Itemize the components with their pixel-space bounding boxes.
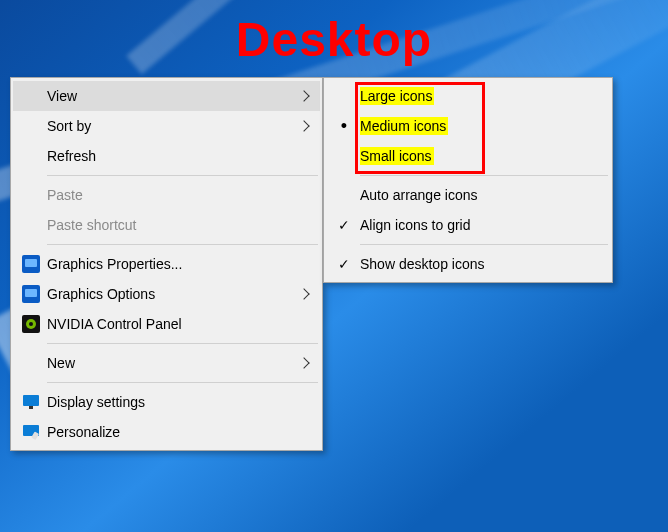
menu-separator [360, 244, 608, 245]
menu-label: Small icons [358, 148, 602, 164]
view-submenu: Large icons Medium icons Small icons Aut… [323, 77, 613, 283]
menu-separator [47, 382, 318, 383]
menu-label: Show desktop icons [358, 256, 602, 272]
menu-label: Sort by [45, 118, 296, 134]
submenu-arrow-icon [296, 359, 312, 367]
menu-label: Graphics Properties... [45, 256, 296, 272]
submenu-arrow-icon [296, 92, 312, 100]
personalize-icon [17, 423, 45, 441]
svg-rect-7 [23, 395, 39, 406]
svg-rect-8 [29, 406, 33, 409]
menu-label: View [45, 88, 296, 104]
menu-item-large-icons[interactable]: Large icons [326, 81, 610, 111]
menu-item-view[interactable]: View [13, 81, 320, 111]
menu-separator [360, 175, 608, 176]
menu-label: Paste [45, 187, 296, 203]
menu-item-refresh[interactable]: Refresh [13, 141, 320, 171]
menu-label: Refresh [45, 148, 296, 164]
menu-label: Graphics Options [45, 286, 296, 302]
selected-bullet-icon [330, 119, 358, 133]
context-menu: View Sort by Refresh Paste Paste shortcu… [10, 77, 323, 451]
menu-item-personalize[interactable]: Personalize [13, 417, 320, 447]
menu-label: NVIDIA Control Panel [45, 316, 296, 332]
menu-item-paste-shortcut: Paste shortcut [13, 210, 320, 240]
checkmark-icon [330, 217, 358, 233]
menu-separator [47, 175, 318, 176]
menu-item-paste: Paste [13, 180, 320, 210]
display-settings-icon [17, 393, 45, 411]
menu-item-auto-arrange[interactable]: Auto arrange icons [326, 180, 610, 210]
menu-item-display-settings[interactable]: Display settings [13, 387, 320, 417]
svg-rect-3 [25, 289, 37, 297]
menu-separator [47, 343, 318, 344]
svg-rect-1 [25, 259, 37, 267]
menu-item-small-icons[interactable]: Small icons [326, 141, 610, 171]
menu-separator [47, 244, 318, 245]
menu-item-show-desktop-icons[interactable]: Show desktop icons [326, 249, 610, 279]
menu-item-medium-icons[interactable]: Medium icons [326, 111, 610, 141]
intel-graphics-icon [17, 285, 45, 303]
svg-point-6 [29, 322, 33, 326]
menu-label: Personalize [45, 424, 296, 440]
checkmark-icon [330, 256, 358, 272]
menu-label: Medium icons [358, 118, 602, 134]
nvidia-icon [17, 315, 45, 333]
menu-label: Display settings [45, 394, 296, 410]
menu-label: Paste shortcut [45, 217, 296, 233]
menu-item-align-to-grid[interactable]: Align icons to grid [326, 210, 610, 240]
annotation-title: Desktop [236, 12, 432, 67]
menu-item-nvidia-control-panel[interactable]: NVIDIA Control Panel [13, 309, 320, 339]
submenu-arrow-icon [296, 122, 312, 130]
menu-item-new[interactable]: New [13, 348, 320, 378]
menu-item-sort-by[interactable]: Sort by [13, 111, 320, 141]
menu-label: Auto arrange icons [358, 187, 602, 203]
menu-label: New [45, 355, 296, 371]
menu-item-graphics-options[interactable]: Graphics Options [13, 279, 320, 309]
menu-label: Large icons [358, 88, 602, 104]
intel-graphics-icon [17, 255, 45, 273]
submenu-arrow-icon [296, 290, 312, 298]
menu-item-graphics-properties[interactable]: Graphics Properties... [13, 249, 320, 279]
menu-label: Align icons to grid [358, 217, 602, 233]
